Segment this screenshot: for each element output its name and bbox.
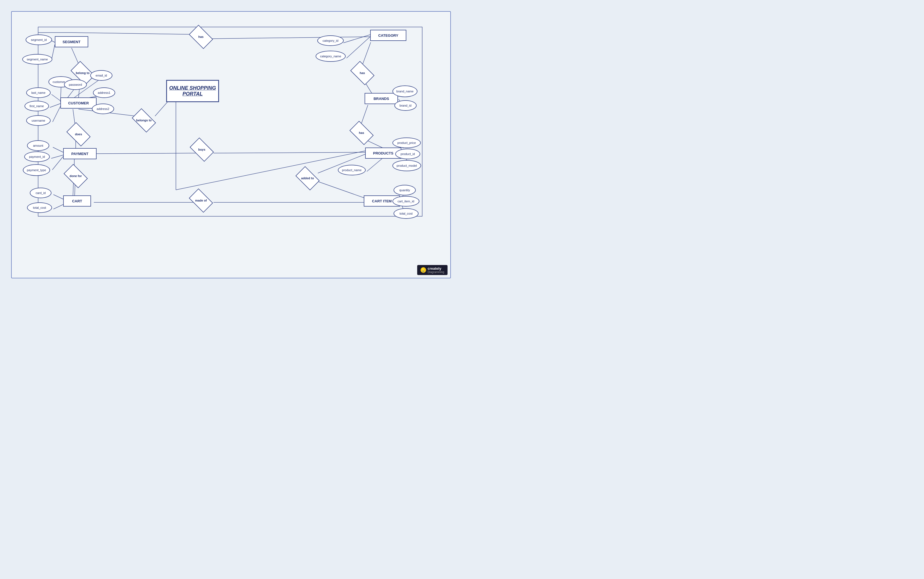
attr-segment-name: segment_name	[22, 54, 52, 65]
attr-username: username	[26, 115, 51, 126]
attr-product-name: product_name	[338, 165, 366, 175]
attr-category-id: category_id	[317, 35, 344, 46]
svg-line-16	[53, 147, 63, 152]
attr-address2: address2	[92, 103, 114, 114]
attr-total-cost-cart: total_cost	[27, 202, 52, 213]
attr-cart-item-id: cart_item_id	[392, 196, 420, 206]
attr-product-id: product_id	[395, 149, 420, 159]
svg-line-45	[212, 37, 371, 39]
attr-payment-id: payment_id	[24, 151, 50, 162]
svg-line-29	[318, 182, 365, 198]
entity-payment: PAYMENT	[63, 148, 96, 159]
attr-card-id: card_id	[30, 188, 52, 198]
attr-password: password	[64, 79, 87, 90]
attr-first-name: first_name	[24, 101, 49, 111]
attr-amount: amount	[27, 140, 49, 151]
svg-line-17	[51, 155, 63, 159]
attr-segment-id: segment_id	[26, 34, 52, 45]
connector-lines	[12, 12, 450, 278]
entity-customer: CUSTOMER	[60, 97, 96, 109]
svg-line-43	[343, 34, 371, 43]
attr-email-id: email_id	[90, 70, 113, 81]
svg-line-44	[346, 36, 371, 58]
relationship-buys: buys	[189, 141, 214, 158]
relationship-has-category: has	[188, 28, 214, 45]
attr-product-price: product_price	[392, 137, 421, 148]
relationship-has-products: has	[349, 124, 374, 141]
main-title: ONLINE SHOPPING PORTAL	[166, 80, 219, 102]
attr-brand-name: brand_name	[392, 85, 418, 97]
svg-line-2	[52, 44, 55, 60]
svg-line-1	[52, 41, 55, 42]
branding-logo: 💡 creately Diagramming	[417, 265, 447, 275]
relationship-made-of: made of	[188, 192, 214, 209]
relationship-does: does	[66, 126, 91, 142]
relationship-belongs-to: belongs to	[131, 112, 157, 129]
attr-total-cost-ci: total_cost	[393, 208, 419, 219]
attr-payment-type: payment_type	[23, 164, 50, 176]
brand-name: creately	[428, 267, 444, 271]
attr-address1: address1	[93, 87, 115, 98]
diagram-canvas: ONLINE SHOPPING PORTAL SEGMENT CUSTOMER …	[11, 11, 451, 278]
relationship-done-for: done for	[63, 168, 88, 184]
entity-category: CATEGORY	[370, 30, 406, 41]
svg-line-31	[96, 153, 201, 154]
attr-last-name: last_name	[26, 87, 51, 98]
attr-brand-id: brand_id	[394, 100, 416, 111]
attr-quantity: quantity	[393, 185, 416, 195]
svg-rect-0	[38, 27, 422, 216]
svg-line-36	[367, 157, 385, 172]
entity-cart: CART	[63, 195, 91, 206]
relationship-added-to: added to	[295, 170, 320, 186]
entity-segment: SEGMENT	[55, 36, 88, 47]
attr-category-name: category_name	[316, 51, 346, 62]
svg-line-32	[214, 152, 367, 153]
attr-product-model: product_model	[392, 160, 421, 171]
svg-line-6	[52, 94, 60, 101]
svg-line-46	[72, 33, 201, 34]
brand-tagline: Diagramming	[428, 271, 444, 274]
svg-line-7	[50, 103, 60, 108]
svg-line-18	[52, 157, 63, 170]
relationship-has-brands: has	[350, 65, 375, 81]
svg-line-8	[52, 106, 60, 122]
brand-icon: 💡	[421, 267, 426, 273]
entity-brands: BRANDS	[365, 93, 398, 104]
